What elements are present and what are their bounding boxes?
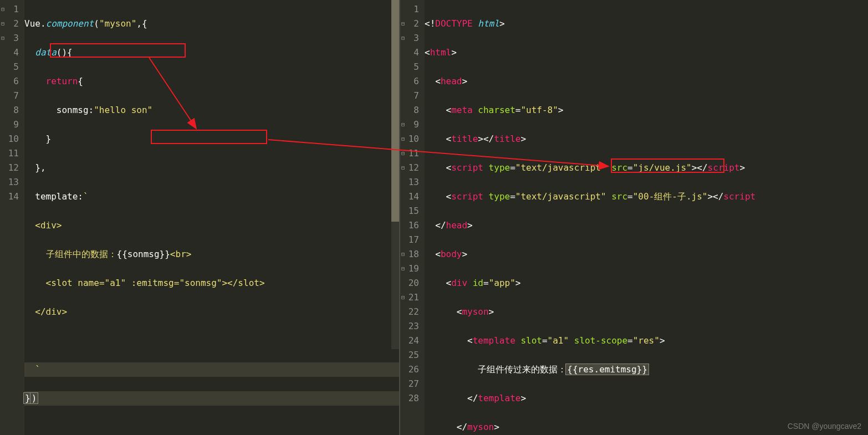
editor-split-view: ⊟1 ⊟2 ⊟3 4 5 6 7 8 9 10 11 12 13 14 Vue.… xyxy=(0,0,868,435)
svg-line-1 xyxy=(149,58,196,129)
arrow-data-to-slot xyxy=(24,0,191,83)
scrollbar-left[interactable] xyxy=(391,0,399,349)
watermark: CSDN @youngcave2 xyxy=(788,422,861,431)
code-area-left[interactable]: Vue.component("myson",{ data(){ return{ … xyxy=(24,0,399,435)
editor-pane-left[interactable]: ⊟1 ⊟2 ⊟3 4 5 6 7 8 9 10 11 12 13 14 Vue.… xyxy=(0,0,399,435)
editor-pane-right[interactable]: 1 ⊟2 ⊟3 4 5 6 7 8 ⊟9 ⊟10 ⊟11 ⊟12 13 14 1… xyxy=(399,0,868,435)
gutter-left: ⊟1 ⊟2 ⊟3 4 5 6 7 8 9 10 11 12 13 14 xyxy=(0,0,24,435)
code-area-right[interactable]: <!DOCTYPE html> <html> <head> <meta char… xyxy=(425,0,868,435)
gutter-right: 1 ⊟2 ⊟3 4 5 6 7 8 ⊟9 ⊟10 ⊟11 ⊟12 13 14 1… xyxy=(400,0,425,435)
